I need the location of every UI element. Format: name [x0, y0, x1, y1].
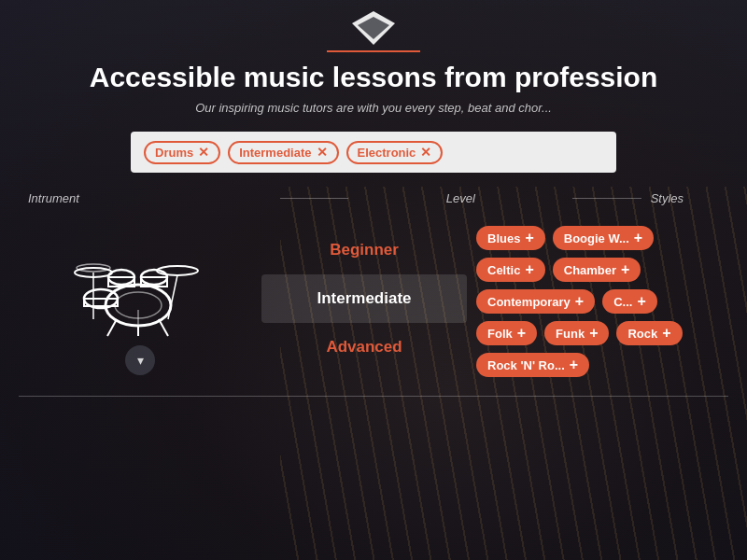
style-rock-plus[interactable]: + — [662, 326, 670, 341]
style-boogie-label: Boogie W... — [564, 231, 629, 245]
down-arrow-icon: ▾ — [137, 353, 144, 368]
style-chamber-label: Chamber — [564, 263, 616, 277]
divider-2 — [572, 198, 641, 199]
level-beginner-label: Beginner — [330, 241, 399, 259]
divider-1 — [280, 198, 348, 199]
style-tag-chamber[interactable]: Chamber + — [553, 258, 641, 282]
instrument-down-arrow[interactable]: ▾ — [125, 345, 155, 375]
style-c2-label: C... — [613, 295, 632, 309]
hero-subtitle: Our inspiring music tutors are with you … — [176, 101, 571, 115]
style-contemporary-plus[interactable]: + — [575, 294, 584, 309]
drum-kit-icon — [65, 226, 215, 338]
style-blues-plus[interactable]: + — [525, 231, 533, 245]
style-tag-c2[interactable]: C... + — [602, 289, 657, 314]
style-blues-label: Blues — [487, 231, 520, 245]
style-rock-label: Rock — [627, 327, 657, 341]
svg-line-15 — [107, 319, 117, 336]
logo-area — [327, 9, 420, 52]
style-rock-n-ro-plus[interactable]: + — [570, 357, 578, 372]
logo-line — [327, 50, 420, 52]
style-folk-plus[interactable]: + — [517, 326, 526, 341]
styles-column-header: Styles — [651, 191, 719, 205]
style-tag-boogie-w[interactable]: Boogie W... + — [553, 226, 654, 250]
style-tag-folk[interactable]: Folk + — [476, 321, 537, 345]
level-column-header: Level — [358, 191, 563, 205]
logo-icon — [350, 9, 397, 47]
style-c2-plus[interactable]: + — [637, 294, 645, 309]
level-column: Beginner Intermediate Advanced — [261, 217, 467, 381]
filter-tag-electronic[interactable]: Electronic ✕ — [346, 141, 444, 164]
level-beginner[interactable]: Beginner — [261, 226, 467, 274]
style-tag-contemporary[interactable]: Contemporary + — [476, 289, 595, 314]
filter-tag-electronic-remove[interactable]: ✕ — [420, 146, 431, 159]
hero-title: Accessible music lessons from profession — [71, 62, 677, 93]
style-folk-label: Folk — [487, 327, 513, 341]
styles-column: Blues + Boogie W... + Celtic + Chamber +… — [467, 217, 728, 386]
style-celtic-label: Celtic — [487, 263, 520, 277]
filter-tag-intermediate-remove[interactable]: ✕ — [317, 146, 328, 159]
filter-tag-electronic-label: Electronic — [358, 146, 416, 160]
style-contemporary-label: Contemporary — [487, 295, 571, 309]
filter-tag-intermediate[interactable]: Intermediate ✕ — [228, 141, 338, 164]
instrument-column: ▾ — [19, 217, 261, 385]
style-tag-rock-n-ro[interactable]: Rock 'N' Ro... + — [476, 353, 589, 377]
level-advanced[interactable]: Advanced — [261, 323, 467, 371]
filter-tag-drums[interactable]: Drums ✕ — [144, 141, 220, 164]
level-advanced-label: Advanced — [326, 338, 402, 356]
filter-tag-drums-label: Drums — [155, 146, 193, 160]
style-rock-n-ro-label: Rock 'N' Ro... — [487, 358, 565, 372]
style-tag-blues[interactable]: Blues + — [476, 226, 545, 250]
style-celtic-plus[interactable]: + — [525, 262, 533, 277]
style-funk-label: Funk — [556, 327, 585, 341]
columns-area: Intrument Level Styles — [0, 191, 747, 397]
three-columns: ▾ Beginner Intermediate Advanced Blues — [19, 217, 728, 386]
instrument-column-header: Intrument — [28, 191, 271, 205]
level-intermediate-label: Intermediate — [317, 289, 411, 307]
style-funk-plus[interactable]: + — [589, 326, 598, 341]
level-intermediate[interactable]: Intermediate — [261, 274, 467, 323]
filter-bar: Drums ✕ Intermediate ✕ Electronic ✕ — [131, 132, 616, 173]
style-tag-rock[interactable]: Rock + — [616, 321, 682, 345]
style-tag-funk[interactable]: Funk + — [544, 321, 609, 345]
bottom-divider — [19, 396, 728, 397]
column-headers: Intrument Level Styles — [19, 191, 728, 205]
svg-line-17 — [159, 319, 168, 336]
filter-tag-intermediate-label: Intermediate — [239, 146, 311, 160]
filter-tag-drums-remove[interactable]: ✕ — [198, 146, 209, 159]
style-boogie-plus[interactable]: + — [634, 231, 642, 245]
style-chamber-plus[interactable]: + — [621, 262, 629, 277]
style-tag-celtic[interactable]: Celtic + — [476, 258, 545, 282]
